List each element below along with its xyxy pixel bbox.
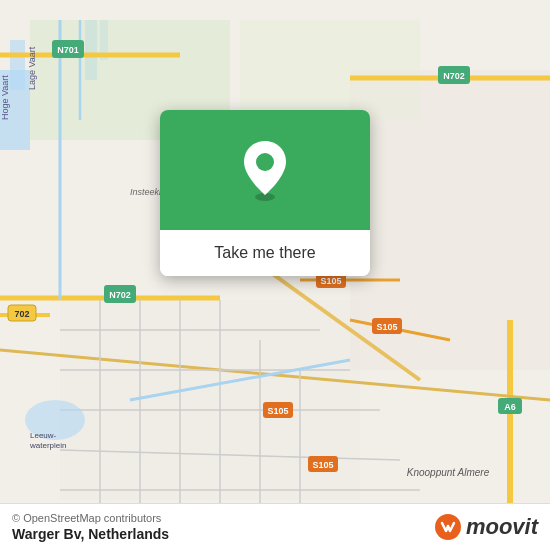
svg-text:S105: S105 <box>267 406 288 416</box>
map-container: N701 N702 N702 702 S105 S105 S105 S105 A… <box>0 0 550 550</box>
svg-text:Leeuw-: Leeuw- <box>30 431 57 440</box>
svg-text:702: 702 <box>14 309 29 319</box>
bottom-left: © OpenStreetMap contributors Warger Bv, … <box>12 512 169 542</box>
location-name: Warger Bv, Netherlands <box>12 526 169 542</box>
svg-text:S105: S105 <box>312 460 333 470</box>
svg-text:S105: S105 <box>320 276 341 286</box>
take-me-there-button[interactable]: Take me there <box>160 230 370 276</box>
svg-text:N702: N702 <box>109 290 131 300</box>
svg-text:N701: N701 <box>57 45 79 55</box>
bottom-bar: © OpenStreetMap contributors Warger Bv, … <box>0 503 550 550</box>
svg-text:Lage Vaart: Lage Vaart <box>27 46 37 90</box>
svg-text:Hoge Vaart: Hoge Vaart <box>0 75 10 120</box>
svg-rect-1 <box>10 40 25 90</box>
svg-text:A6: A6 <box>504 402 516 412</box>
svg-text:waterplein: waterplein <box>29 441 66 450</box>
moovit-logo: moovit <box>434 513 538 541</box>
moovit-logo-icon <box>434 513 462 541</box>
location-pin-icon <box>240 139 290 201</box>
popup-card: Take me there <box>160 110 370 276</box>
svg-text:Knooppunt Almere: Knooppunt Almere <box>407 467 490 478</box>
popup-green-header <box>160 110 370 230</box>
svg-text:N702: N702 <box>443 71 465 81</box>
svg-point-58 <box>256 153 274 171</box>
copyright-text: © OpenStreetMap contributors <box>12 512 169 524</box>
svg-text:S105: S105 <box>376 322 397 332</box>
moovit-text: moovit <box>466 514 538 540</box>
